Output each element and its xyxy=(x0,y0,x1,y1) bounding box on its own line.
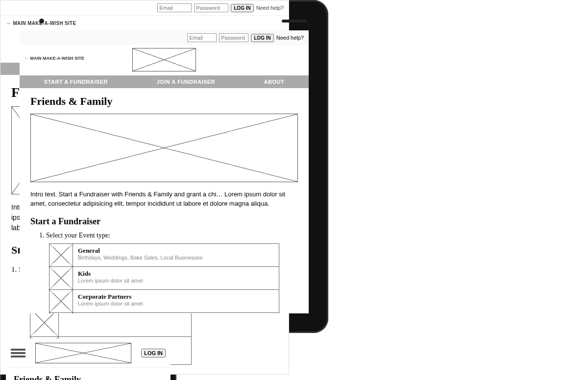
breadcrumb[interactable]: ← MAIN MAKE-A-WISH SITE xyxy=(0,16,289,31)
section-heading: Start a Fundraiser xyxy=(20,212,309,228)
login-button[interactable]: LOG IN xyxy=(251,34,273,42)
email-field[interactable] xyxy=(187,33,217,42)
breadcrumb[interactable]: ← MAIN MAKE-A-WISH SITE xyxy=(24,56,84,61)
event-name: Kids xyxy=(78,270,91,277)
page-title: Friends & Family xyxy=(20,88,309,112)
password-field[interactable] xyxy=(194,3,228,12)
email-field[interactable] xyxy=(157,3,192,12)
page-title: Friends & Family xyxy=(6,368,171,380)
event-name: Corporate Partners xyxy=(78,293,131,300)
event-thumb xyxy=(49,244,73,266)
event-sub: Lorem ipsum dolor sit amet xyxy=(78,301,143,307)
help-link[interactable]: Need help? xyxy=(256,5,284,11)
logo-placeholder xyxy=(35,343,131,363)
event-type-row[interactable]: Adopt-A-Wish xyxy=(49,312,279,313)
nav-about[interactable]: ABOUT xyxy=(264,79,285,85)
event-thumb xyxy=(49,313,73,313)
help-link[interactable]: Need help? xyxy=(276,35,304,41)
tablet-device: LOG IN Need help? ← MAIN MAKE-A-WISH SIT… xyxy=(0,0,328,333)
event-thumb xyxy=(49,267,73,289)
event-type-row[interactable]: GeneralBirthdays, Weddings, Bake Sales, … xyxy=(49,243,279,267)
hero-image-placeholder xyxy=(30,114,298,182)
event-type-row[interactable]: KidsLorem ipsum dolor sit amet xyxy=(49,266,279,290)
login-button[interactable]: LOG IN xyxy=(231,4,253,12)
event-thumb xyxy=(49,290,73,312)
nav-start[interactable]: START A FUNDRAISER xyxy=(44,79,108,85)
desktop-topbar: LOG IN Need help? xyxy=(0,0,289,16)
nav-join[interactable]: JOIN A FUNDRAISER xyxy=(157,79,216,85)
phone-landscape-device: LOG IN Friends & Family Intro text. Star… xyxy=(0,333,176,380)
menu-icon[interactable] xyxy=(11,347,25,359)
step-label: 1. Select your Event type: xyxy=(20,228,309,241)
intro-text: Intro text. Start a Fundraiser with Frie… xyxy=(20,184,309,212)
logo-placeholder xyxy=(132,48,196,71)
event-name: General xyxy=(78,247,100,254)
event-type-row[interactable]: Corporate PartnersLorem ipsum dolor sit … xyxy=(49,289,279,313)
event-sub: Lorem ipsum dolor sit amet xyxy=(78,278,143,284)
password-field[interactable] xyxy=(219,33,248,42)
event-sub: Birthdays, Weddings, Bake Sales, Local B… xyxy=(78,255,202,261)
tablet-topbar: LOG IN Need help? xyxy=(20,30,309,45)
login-button[interactable]: LOG IN xyxy=(141,349,166,357)
